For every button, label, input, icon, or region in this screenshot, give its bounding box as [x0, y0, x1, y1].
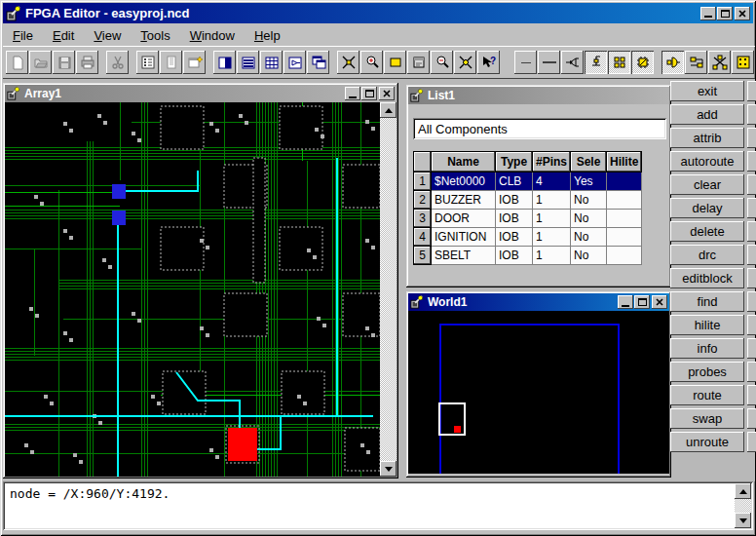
array-maximize-button[interactable]: [361, 87, 377, 100]
sidebar-button-add[interactable]: add: [670, 104, 744, 125]
swap-mode-button[interactable]: [708, 51, 731, 74]
context-help-button[interactable]: ?: [477, 51, 500, 74]
pin-mode-button[interactable]: [585, 51, 607, 74]
sidebar-overflow-button[interactable]: [747, 198, 756, 218]
sidebar-overflow-button[interactable]: [747, 104, 756, 125]
sidebar-overflow-button[interactable]: [747, 221, 756, 242]
sidebar-overflow-button[interactable]: [747, 408, 756, 429]
sidebar-button-probes[interactable]: probes: [670, 362, 744, 382]
scroll-down-button[interactable]: [380, 461, 397, 477]
cell-pins[interactable]: 1: [533, 210, 571, 228]
menu-edit[interactable]: Edit: [43, 26, 84, 45]
cell-hilite[interactable]: [607, 228, 642, 247]
row-number[interactable]: 2: [414, 191, 432, 210]
col-pins[interactable]: #Pins: [533, 152, 571, 172]
command-history-area[interactable]: node = /X:960/Y:4192.: [3, 481, 753, 530]
cell-name[interactable]: DOOR: [432, 210, 496, 228]
open-file-button[interactable]: [29, 51, 52, 74]
sidebar-button-delay[interactable]: delay: [670, 198, 744, 218]
zoom-out-button[interactable]: [431, 51, 453, 74]
row-number[interactable]: 4: [414, 228, 432, 247]
component-filter-select[interactable]: All Components: [413, 118, 666, 139]
row-number[interactable]: 3: [414, 210, 432, 228]
command-vertical-scrollbar[interactable]: [735, 483, 751, 528]
scroll-down-button[interactable]: [735, 513, 751, 528]
sidebar-button-info[interactable]: info: [670, 338, 744, 359]
route-mode-button[interactable]: [685, 51, 707, 74]
site-mode-button[interactable]: [608, 51, 630, 74]
split-view-button[interactable]: [213, 51, 236, 74]
minimize-button[interactable]: [700, 7, 716, 20]
list-titlebar[interactable]: List1: [408, 87, 669, 104]
cell-hilite[interactable]: [607, 247, 642, 265]
world-titlebar[interactable]: World1: [408, 293, 669, 311]
sidebar-button-hilite[interactable]: hilite: [670, 315, 744, 335]
table-row[interactable]: 5 SBELT IOB 1 No: [414, 247, 642, 265]
array-canvas[interactable]: [5, 102, 397, 477]
cell-type[interactable]: IOB: [496, 247, 533, 265]
sidebar-overflow-button[interactable]: [747, 315, 756, 335]
cell-type[interactable]: IOB: [496, 228, 533, 247]
sidebar-overflow-button[interactable]: [747, 268, 756, 288]
main-titlebar[interactable]: FPGA Editor - easyproj.ncd: [3, 3, 753, 23]
scroll-up-button[interactable]: [380, 102, 397, 118]
row-number[interactable]: 5: [414, 247, 432, 265]
zoom-selection-button[interactable]: [337, 51, 359, 74]
sidebar-button-route[interactable]: route: [670, 385, 744, 405]
cell-sele[interactable]: No: [571, 210, 607, 228]
col-hilite[interactable]: Hilite: [607, 152, 642, 172]
maximize-button[interactable]: [717, 7, 733, 20]
sidebar-button-editblock[interactable]: editblock: [670, 268, 744, 288]
symbol-view-button[interactable]: [284, 51, 306, 74]
array-close-button[interactable]: [379, 87, 395, 100]
zoom-previous-button[interactable]: [407, 51, 430, 74]
table-row[interactable]: 3 DOOR IOB 1 No: [414, 210, 642, 228]
array-minimize-button[interactable]: [345, 87, 360, 100]
row-number[interactable]: 1: [414, 172, 432, 191]
menu-view[interactable]: View: [84, 26, 131, 45]
sidebar-button-clear[interactable]: clear: [670, 174, 744, 195]
list-properties-button[interactable]: [136, 51, 159, 74]
sidebar-button-autoroute[interactable]: autoroute: [670, 151, 744, 172]
cell-pins[interactable]: 4: [533, 172, 571, 191]
sidebar-button-delete[interactable]: delete: [670, 221, 744, 242]
print-button[interactable]: [76, 51, 98, 74]
cell-hilite[interactable]: [607, 172, 642, 191]
array-titlebar[interactable]: Array1: [5, 85, 397, 102]
table-row[interactable]: 2 BUZZER IOB 1 No: [414, 191, 642, 210]
table-row[interactable]: 4 IGNITION IOB 1 No: [414, 228, 642, 247]
stipple-mode-button[interactable]: [732, 51, 754, 74]
cell-type[interactable]: IOB: [496, 191, 533, 210]
cell-type[interactable]: CLB: [496, 172, 533, 191]
sidebar-overflow-button[interactable]: [747, 385, 756, 405]
new-window-button[interactable]: [183, 51, 206, 74]
col-type[interactable]: Type: [496, 152, 533, 172]
col-rownum[interactable]: [414, 152, 432, 172]
sidebar-button-unroute[interactable]: unroute: [670, 432, 744, 452]
zoom-rectangle-button[interactable]: [384, 51, 406, 74]
cell-pins[interactable]: 1: [533, 191, 571, 210]
array-vertical-scrollbar[interactable]: [380, 102, 397, 477]
col-sele[interactable]: Sele: [571, 152, 607, 172]
cell-name[interactable]: BUZZER: [432, 191, 496, 210]
sidebar-button-drc[interactable]: drc: [670, 245, 744, 265]
list-view-button[interactable]: [160, 51, 182, 74]
sidebar-button-attrib[interactable]: attrib: [670, 128, 744, 148]
sidebar-overflow-button[interactable]: [747, 151, 756, 172]
col-name[interactable]: Name: [432, 152, 496, 172]
chip-mode-button[interactable]: [631, 51, 654, 74]
cell-pins[interactable]: 1: [533, 247, 571, 265]
cell-type[interactable]: IOB: [496, 210, 533, 228]
sidebar-overflow-button[interactable]: [747, 128, 756, 148]
sidebar-overflow-button[interactable]: [747, 174, 756, 195]
sidebar-overflow-button[interactable]: [747, 245, 756, 265]
cell-name[interactable]: SBELT: [432, 247, 496, 265]
cell-hilite[interactable]: [607, 210, 642, 228]
world-canvas[interactable]: [408, 311, 669, 474]
world-maximize-button[interactable]: [634, 295, 650, 309]
cell-sele[interactable]: No: [571, 247, 607, 265]
table-row[interactable]: 1 $Net0000 CLB 4 Yes: [414, 172, 642, 191]
world-close-button[interactable]: [652, 295, 667, 309]
grid-view-button[interactable]: [260, 51, 283, 74]
menu-window[interactable]: Window: [180, 26, 245, 45]
